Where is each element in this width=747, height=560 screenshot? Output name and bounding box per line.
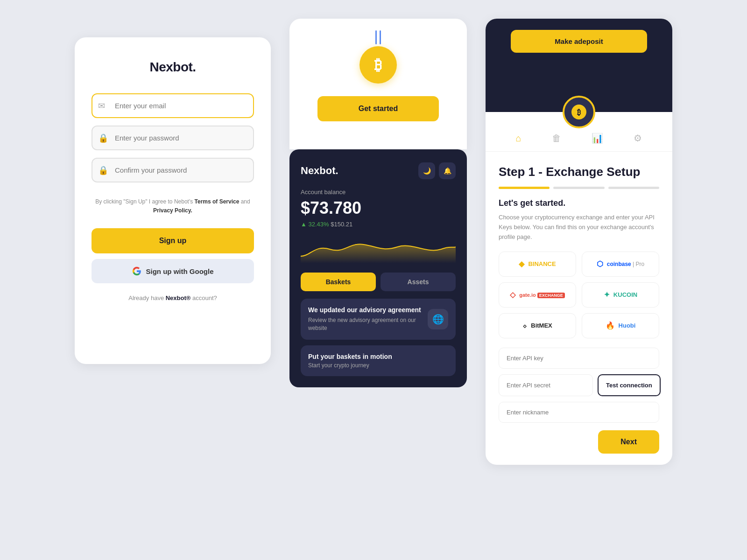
exchange-binance[interactable]: ◆ BINANCE (499, 252, 576, 277)
progress-seg-3 (608, 187, 659, 189)
google-signup-button[interactable]: Sign up with Google (92, 259, 254, 283)
settings-nav-icon[interactable]: ⚙ (634, 133, 642, 144)
onboarding-content: Step 1 - Exchange Setup Let's get starte… (486, 152, 672, 465)
step-title: Step 1 - Exchange Setup (499, 165, 659, 179)
tab-baskets[interactable]: Baskets (301, 273, 376, 291)
chart-nav-icon[interactable]: 📊 (592, 133, 603, 144)
huobi-label: Huobi (619, 322, 636, 329)
coinbase-label: coinbase | Pro (607, 261, 644, 267)
binance-icon: ◆ (519, 259, 524, 268)
crypto-panel: ₿ Get started Nexbot. 🌙 🔔 Account balanc… (289, 19, 467, 387)
deposit-button[interactable]: Make adeposit (511, 30, 647, 53)
password-input[interactable] (92, 126, 254, 150)
test-connection-button[interactable]: Test connection (598, 374, 661, 396)
advisory-body: Review the new advisory agreement on our… (308, 316, 422, 332)
dashboard-brand: Nexbot. (301, 165, 338, 177)
already-account-text: Already have Nexbot® account? (128, 294, 217, 301)
coinbase-icon: ⬡ (597, 259, 603, 268)
confirm-password-group: 🔒 (92, 158, 254, 182)
bitcoin-icon: ₿ (359, 46, 397, 84)
dashboard-header: Nexbot. 🌙 🔔 (301, 162, 456, 179)
get-started-button[interactable]: Get started (317, 96, 438, 121)
terms-text: By clicking "Sign Up" I agree to Nebot's… (92, 197, 254, 215)
email-input[interactable] (92, 93, 254, 118)
google-icon (132, 266, 141, 276)
terms-link-tos[interactable]: Terms of Service (195, 198, 240, 205)
exchange-kucoin[interactable]: ✦ KUCOIN (582, 282, 659, 308)
step-desc: Choose your cryptocurrency exchange and … (499, 213, 659, 242)
exchange-coinbase[interactable]: ⬡ coinbase | Pro (582, 252, 659, 277)
onboarding-top: Make adeposit ₿ (486, 19, 672, 112)
next-button[interactable]: Next (598, 430, 659, 454)
tab-assets[interactable]: Assets (381, 273, 456, 291)
terms-link-privacy[interactable]: Privacy Policy. (153, 207, 192, 214)
bitmex-label: BitMEX (531, 322, 552, 329)
nickname-input[interactable] (499, 402, 659, 423)
progress-bar (499, 187, 659, 189)
svg-text:₿: ₿ (577, 108, 581, 116)
home-nav-icon[interactable]: ⌂ (516, 133, 521, 144)
baskets-body: Start your crypto journey (308, 362, 448, 369)
lets-started: Let's get started. (499, 198, 659, 208)
balance-change: ▲ 32.43% $150.21 (301, 221, 456, 228)
google-btn-label: Sign up with Google (146, 267, 214, 275)
balance-usd: $150.21 (331, 221, 352, 228)
exchange-gateio[interactable]: ◇ gate.io EXCHANGE (499, 282, 576, 308)
email-icon: ✉ (98, 101, 105, 111)
baskets-card: Put your baskets in motion Start your cr… (301, 345, 456, 376)
bell-button[interactable]: 🔔 (439, 162, 456, 179)
balance-amount: $73.780 (301, 198, 456, 218)
lock-confirm-icon: 🔒 (98, 165, 108, 175)
password-group: 🔒 (92, 126, 254, 150)
gateio-icon: ◇ (510, 290, 515, 299)
gateio-label: gate.io EXCHANGE (519, 292, 565, 298)
api-secret-row: Test connection (499, 374, 659, 396)
signup-button[interactable]: Sign up (92, 228, 254, 253)
dashboard-actions: 🌙 🔔 (418, 162, 456, 179)
exchange-bitmex[interactable]: ⬦ BitMEX (499, 313, 576, 338)
bitcoin-medal: ₿ (355, 34, 402, 80)
advisory-title: We updated our advisory agreement (308, 306, 422, 314)
progress-seg-1 (499, 187, 550, 189)
crypto-top-card: ₿ Get started (289, 19, 467, 149)
kucoin-icon: ✦ (604, 290, 610, 299)
huobi-icon: 🔥 (606, 321, 615, 330)
moon-button[interactable]: 🌙 (418, 162, 435, 179)
balance-pct: ▲ 32.43% (301, 221, 329, 228)
exchange-grid: ◆ BINANCE ⬡ coinbase | Pro ◇ gate.io EXC… (499, 252, 659, 338)
api-inputs: Test connection (499, 348, 659, 423)
onboarding-panel: Make adeposit ₿ ⌂ 🗑 📊 ⚙ Step 1 - Exchang… (486, 19, 672, 465)
kucoin-label: KUCOIN (613, 291, 637, 298)
advisory-card: We updated our advisory agreement Review… (301, 299, 456, 340)
signup-panel: Nexbot. ✉ 🔒 🔒 By clicking "Sign Up" I ag… (75, 37, 271, 364)
balance-chart (301, 235, 456, 263)
tab-row: Baskets Assets (301, 273, 456, 291)
lock-icon: 🔒 (98, 133, 108, 143)
advisory-icon: 🌐 (428, 309, 448, 329)
advisory-text: We updated our advisory agreement Review… (308, 306, 422, 332)
balance-label: Account balance (301, 189, 456, 196)
coin-icon: ₿ (563, 96, 595, 128)
crypto-dashboard: Nexbot. 🌙 🔔 Account balance $73.780 ▲ 32… (289, 149, 467, 387)
email-group: ✉ (92, 93, 254, 118)
brand-title: Nexbot. (149, 60, 196, 75)
api-key-input[interactable] (499, 348, 659, 369)
confirm-password-input[interactable] (92, 158, 254, 182)
binance-label: BINANCE (528, 260, 556, 267)
exchange-huobi[interactable]: 🔥 Huobi (582, 313, 659, 338)
api-secret-input[interactable] (499, 374, 593, 396)
bitmex-icon: ⬦ (522, 322, 527, 330)
progress-seg-2 (553, 187, 604, 189)
baskets-title: Put your baskets in motion (308, 353, 448, 360)
trash-nav-icon[interactable]: 🗑 (552, 133, 561, 144)
